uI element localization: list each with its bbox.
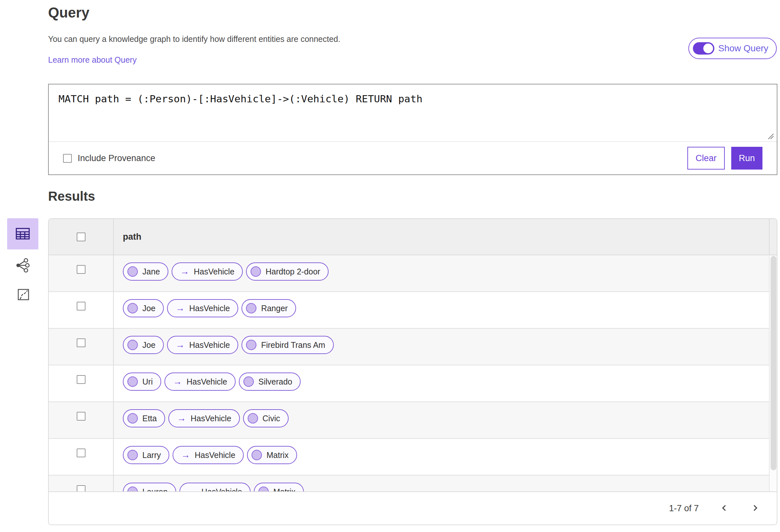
toggle-knob [703,44,713,53]
resize-handle-icon[interactable] [767,132,774,141]
row-checkbox[interactable] [77,448,86,457]
chip-label: HasVehicle [189,304,230,313]
row-checkbox[interactable] [77,375,86,384]
relationship-chip[interactable]: →HasVehicle [172,262,243,281]
page-title: Query [48,5,89,21]
next-page-button[interactable] [750,503,760,514]
table-row: Etta →HasVehicle Civic [49,402,777,439]
table-row: Uri →HasVehicle Silverado [49,365,777,402]
node-chip-vehicle[interactable]: Civic [243,409,289,427]
node-circle-icon [128,413,138,424]
table-row: Joe →HasVehicle Firebird Trans Am [49,329,777,365]
node-circle-icon [246,340,256,350]
chip-label: Jane [142,267,160,276]
row-checkbox[interactable] [77,412,86,421]
chip-label: Silverado [258,377,292,386]
pagination-range: 1-7 of 7 [669,503,699,514]
node-circle-icon [128,266,138,277]
scrollbar-header-cap [769,219,777,255]
prev-page-button[interactable] [720,503,729,514]
chip-label: Uri [142,377,153,386]
node-chip-person[interactable]: Joe [123,299,164,317]
relationship-chip[interactable]: →HasVehicle [167,336,238,354]
table-footer: 1-7 of 7 [49,491,777,525]
page-description: You can query a knowledge graph to ident… [48,35,340,44]
chip-label: Larry [142,450,161,460]
table-scrollbar [769,219,777,491]
node-circle-icon [128,340,138,350]
chip-label: Joe [142,304,155,313]
relationship-chip[interactable]: →HasVehicle [167,299,238,317]
query-editor-panel: MATCH path = (:Person)-[:HasVehicle]->(:… [48,84,777,175]
learn-more-link[interactable]: Learn more about Query [48,55,137,65]
clear-button[interactable]: Clear [687,147,725,169]
table-view-icon [15,225,31,243]
show-query-label: Show Query [718,43,768,54]
scrollbar-thumb[interactable] [771,256,776,470]
chip-label: HasVehicle [187,377,227,386]
arrow-right-icon: → [176,340,185,350]
arrow-right-icon: → [180,267,189,276]
query-page: Query You can query a knowledge graph to… [0,0,780,532]
arrow-right-icon: → [181,450,190,460]
toggle-switch-icon[interactable] [693,42,714,55]
chip-label: Etta [142,414,157,423]
node-chip-vehicle[interactable]: Ranger [241,299,296,317]
chevron-left-icon [720,503,729,514]
map-view-icon [17,288,30,302]
query-input[interactable]: MATCH path = (:Person)-[:HasVehicle]->(:… [49,85,777,141]
chip-label: HasVehicle [190,414,231,423]
relationship-chip[interactable]: →HasVehicle [168,409,240,427]
table-view-button[interactable] [7,218,38,250]
node-chip-vehicle[interactable]: Hardtop 2-door [246,262,329,281]
chip-label: Ranger [261,304,288,313]
node-chip-vehicle[interactable]: Matrix [247,446,297,464]
chip-label: HasVehicle [195,450,235,460]
node-circle-icon [128,303,138,313]
include-provenance-group: Include Provenance [63,153,155,163]
include-provenance-checkbox[interactable] [63,154,72,163]
node-chip-vehicle[interactable]: Firebird Trans Am [241,336,334,354]
path-column-header: path [123,232,141,242]
map-view-button[interactable] [16,288,31,302]
chip-label: Matrix [266,450,289,460]
row-checkbox[interactable] [77,338,86,347]
relationship-chip[interactable]: →HasVehicle [173,446,244,464]
table-row: Jane →HasVehicle Hardtop 2-door [49,255,777,292]
arrow-right-icon: → [173,377,182,386]
table-row: Larry →HasVehicle Matrix [49,439,777,476]
scrollbar-track[interactable] [769,256,777,491]
chip-label: Joe [142,340,155,350]
node-circle-icon [243,376,254,387]
chevron-right-icon [750,503,760,514]
row-checkbox[interactable] [77,302,86,311]
node-chip-person[interactable]: Etta [123,409,165,427]
node-chip-person[interactable]: Uri [123,373,161,391]
node-chip-vehicle[interactable]: Silverado [239,373,301,391]
graph-view-icon [15,258,31,274]
results-title: Results [48,189,95,204]
node-circle-icon [246,303,256,313]
chip-label: Civic [262,414,280,423]
row-checkbox[interactable] [77,265,86,274]
include-provenance-label: Include Provenance [78,153,155,163]
node-chip-person[interactable]: Jane [123,262,168,281]
relationship-chip[interactable]: →HasVehicle [164,373,236,391]
editor-footer: Include Provenance Clear Run [49,141,777,174]
chip-label: Firebird Trans Am [261,340,325,350]
arrow-right-icon: → [177,414,186,423]
path-column-header-cell: path [114,219,777,255]
chip-label: HasVehicle [189,340,230,350]
select-all-checkbox[interactable] [77,232,86,241]
chip-label: HasVehicle [194,267,234,276]
node-circle-icon [251,450,262,460]
node-chip-person[interactable]: Joe [123,336,164,354]
table-body: Jane →HasVehicle Hardtop 2-door Joe →Has… [49,255,777,512]
node-circle-icon [251,266,261,277]
chip-label: Hardtop 2-door [265,267,320,276]
graph-view-button[interactable] [14,257,31,274]
run-button[interactable]: Run [731,147,763,169]
show-query-toggle[interactable]: Show Query [688,38,777,59]
node-chip-person[interactable]: Larry [123,446,169,464]
arrow-right-icon: → [176,304,185,313]
